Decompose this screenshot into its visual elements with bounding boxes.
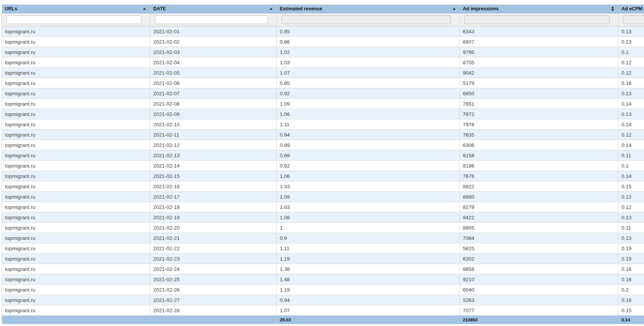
cell-date: 2021-02-15 — [150, 171, 277, 181]
cell-ad-impressions: 7077 — [460, 305, 618, 316]
cell-ad-ecpm: 0.12 — [618, 192, 644, 202]
cell-ad-impressions: 8422 — [460, 212, 618, 223]
cell-ad-ecpm: 0.13 — [618, 88, 644, 99]
cell-date: 2021-02-12 — [150, 140, 277, 150]
cell-ad-ecpm: 0.14 — [618, 171, 644, 181]
cell-ad-impressions: 7872 — [460, 109, 618, 119]
cell-ad-impressions: 7635 — [460, 130, 618, 140]
footer-total-ad-ecpm: 0.14 — [618, 316, 644, 324]
cell-date: 2021-02-07 — [150, 88, 277, 99]
footer-total-ad-impressions: 210850 — [460, 316, 618, 324]
table-row: topmigrant.ru2021-02-010.8563430.13 — [2, 26, 644, 37]
cell-date: 2021-02-28 — [150, 305, 277, 316]
cell-ad-ecpm: 0.19 — [618, 243, 644, 254]
cell-ad-ecpm: 0.12 — [618, 68, 644, 78]
cell-estimated-revenue: 1.03 — [277, 202, 460, 212]
cell-estimated-revenue: 0.82 — [277, 161, 460, 171]
cell-estimated-revenue: 0.92 — [277, 88, 460, 99]
cell-estimated-revenue: 1.11 — [277, 243, 460, 254]
cell-urls: topmigrant.ru — [2, 161, 150, 171]
cell-urls: topmigrant.ru — [2, 37, 150, 47]
sort-up-arrow-icon — [143, 8, 146, 10]
cell-ad-ecpm: 0.13 — [618, 233, 644, 243]
cell-urls: topmigrant.ru — [2, 78, 150, 88]
filter-cell-ad-ecpm — [618, 13, 644, 26]
table-row: topmigrant.ru2021-02-181.0382790.12 — [2, 202, 644, 212]
footer-total-estimated-revenue: 29.03 — [277, 316, 460, 324]
cell-ad-impressions: 6850 — [460, 88, 618, 99]
filter-cell-date — [150, 13, 277, 26]
cell-ad-impressions: 5179 — [460, 78, 618, 88]
cell-ad-impressions: 9042 — [460, 68, 618, 78]
cell-ad-impressions: 8186 — [460, 161, 618, 171]
column-header-ad-impressions[interactable]: Ad impressions — [460, 5, 618, 13]
cell-date: 2021-02-09 — [150, 109, 277, 119]
cell-ad-ecpm: 0.13 — [618, 212, 644, 223]
filter-input-estimated-revenue[interactable] — [281, 15, 451, 24]
column-header-urls[interactable]: URLs — [2, 5, 150, 13]
footer-total-date — [150, 316, 277, 324]
table-row: topmigrant.ru2021-02-210.970840.13 — [2, 233, 644, 243]
cell-estimated-revenue: 0.86 — [277, 37, 460, 47]
cell-ad-impressions: 6343 — [460, 26, 618, 37]
cell-urls: topmigrant.ru — [2, 130, 150, 140]
cell-estimated-revenue: 1.48 — [277, 274, 460, 285]
cell-ad-impressions: 7651 — [460, 99, 618, 109]
cell-date: 2021-02-04 — [150, 57, 277, 68]
cell-estimated-revenue: 1.09 — [277, 192, 460, 202]
column-header-ad-ecpm[interactable]: Ad eCPM — [618, 5, 644, 13]
column-label: Ad impressions — [463, 6, 499, 11]
filter-input-urls[interactable] — [6, 15, 141, 24]
cell-date: 2021-02-11 — [150, 130, 277, 140]
sort-up-arrow-icon — [269, 8, 273, 10]
filter-input-ad-impressions[interactable] — [464, 15, 610, 24]
cell-ad-impressions: 7676 — [460, 171, 618, 181]
cell-urls: topmigrant.ru — [2, 212, 150, 223]
table-row: topmigrant.ru2021-02-051.0790420.12 — [2, 68, 644, 78]
cell-ad-impressions: 6306 — [460, 140, 618, 150]
cell-estimated-revenue: 0.89 — [277, 140, 460, 150]
stats-table-container: URLs DATE Estimated revenue Ad impressio… — [2, 5, 644, 324]
filter-input-ad-ecpm[interactable] — [623, 15, 644, 24]
cell-ad-ecpm: 0.14 — [618, 99, 644, 109]
cell-ad-ecpm: 0.13 — [618, 26, 644, 37]
table-row: topmigrant.ru2021-02-070.9268500.13 — [2, 88, 644, 99]
cell-estimated-revenue: 1 — [277, 223, 460, 233]
cell-ad-impressions: 5263 — [460, 295, 618, 305]
cell-ad-ecpm: 0.16 — [618, 274, 644, 285]
cell-estimated-revenue: 0.69 — [277, 150, 460, 161]
column-header-estimated-revenue[interactable]: Estimated revenue — [277, 5, 460, 13]
cell-date: 2021-02-18 — [150, 202, 277, 212]
cell-ad-impressions: 8822 — [460, 181, 618, 192]
cell-estimated-revenue: 0.85 — [277, 78, 460, 88]
cell-estimated-revenue: 1.07 — [277, 305, 460, 316]
sort-down-arrow-icon — [611, 9, 614, 11]
cell-estimated-revenue: 1.19 — [277, 254, 460, 264]
filter-cell-ad-impressions — [460, 13, 618, 26]
cell-date: 2021-02-20 — [150, 223, 277, 233]
cell-ad-impressions: 7978 — [460, 119, 618, 130]
column-label: DATE — [153, 6, 166, 11]
table-row: topmigrant.ru2021-02-041.0387050.12 — [2, 57, 644, 68]
cell-ad-impressions: 8279 — [460, 202, 618, 212]
table-row: topmigrant.ru2021-02-241.3886580.16 — [2, 264, 644, 274]
cell-urls: topmigrant.ru — [2, 140, 150, 150]
cell-estimated-revenue: 1.09 — [277, 99, 460, 109]
table-row: topmigrant.ru2021-02-120.8963060.14 — [2, 140, 644, 150]
cell-date: 2021-02-02 — [150, 37, 277, 47]
cell-ad-impressions: 7084 — [460, 233, 618, 243]
footer-total-urls — [2, 316, 150, 324]
cell-date: 2021-02-22 — [150, 243, 277, 254]
table-row: topmigrant.ru2021-02-261.1960400.2 — [2, 285, 644, 295]
column-header-date[interactable]: DATE — [150, 5, 277, 13]
cell-urls: topmigrant.ru — [2, 119, 150, 130]
cell-estimated-revenue: 1.06 — [277, 212, 460, 223]
table-row: topmigrant.ru2021-02-091.0678720.13 — [2, 109, 644, 119]
table-row: topmigrant.ru2021-02-020.8668070.13 — [2, 37, 644, 47]
cell-ad-ecpm: 0.11 — [618, 150, 644, 161]
column-label: Estimated revenue — [280, 6, 322, 11]
sort-asc-icon — [143, 8, 146, 10]
table-row: topmigrant.ru2021-02-151.0676760.14 — [2, 171, 644, 181]
filter-input-date[interactable] — [155, 15, 268, 24]
sort-asc-icon — [453, 8, 456, 10]
